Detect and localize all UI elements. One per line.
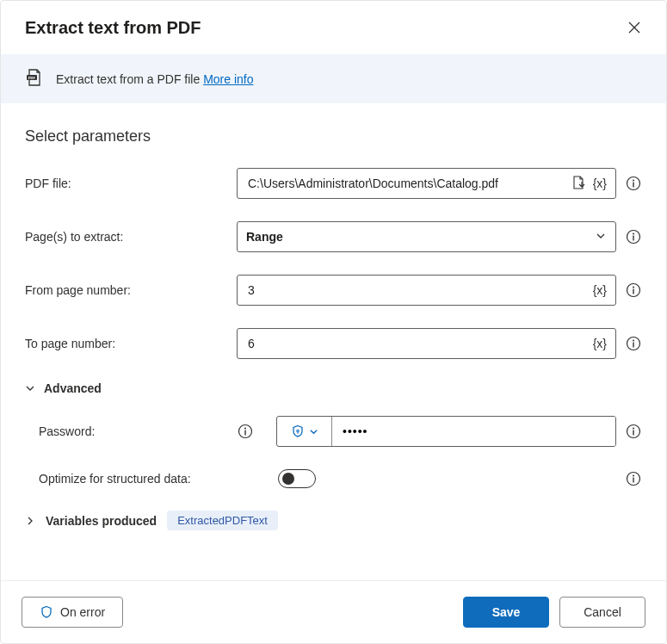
dialog-title: Extract text from PDF — [25, 18, 201, 38]
svg-point-12 — [633, 340, 634, 342]
svg-point-6 — [633, 233, 634, 235]
dialog-footer: On error Save Cancel — [1, 580, 666, 643]
shield-icon — [291, 424, 305, 438]
svg-rect-13 — [633, 343, 633, 348]
shield-outline-icon — [40, 605, 53, 619]
svg-point-9 — [633, 287, 634, 288]
row-password: Password: — [25, 416, 642, 447]
insert-variable-icon[interactable]: {x} — [593, 337, 607, 350]
password-mode-button[interactable] — [277, 417, 332, 446]
variable-chip-extracted-pdf-text[interactable]: ExtractedPDFText — [167, 511, 278, 530]
from-page-field[interactable] — [246, 282, 586, 298]
pdf-file-input[interactable]: {x} — [237, 168, 616, 199]
from-page-input[interactable]: {x} — [237, 275, 616, 306]
close-button[interactable] — [623, 16, 645, 39]
save-label: Save — [492, 605, 521, 619]
svg-rect-10 — [633, 289, 633, 294]
variables-produced-label: Variables produced — [46, 514, 157, 528]
help-icon-from-page[interactable] — [625, 282, 642, 299]
row-pdf-file: PDF file: {x} — [25, 168, 642, 199]
svg-rect-23 — [633, 478, 633, 483]
row-to-page: To page number: {x} — [25, 328, 642, 359]
password-field[interactable] — [332, 417, 615, 446]
pdf-file-icon: PDF — [25, 68, 44, 90]
label-to-page: To page number: — [25, 337, 237, 350]
more-info-link[interactable]: More info — [203, 72, 253, 86]
select-file-icon[interactable] — [571, 175, 586, 193]
label-optimize: Optimize for structured data: — [25, 472, 278, 486]
svg-point-3 — [633, 180, 634, 182]
on-error-button[interactable]: On error — [22, 597, 123, 628]
insert-variable-icon[interactable]: {x} — [593, 176, 607, 190]
insert-variable-icon[interactable]: {x} — [593, 283, 607, 297]
cancel-button[interactable]: Cancel — [559, 597, 645, 628]
svg-rect-16 — [244, 430, 245, 436]
dialog-body: Select parameters PDF file: — [1, 103, 666, 580]
pages-to-extract-select[interactable]: Range — [237, 221, 616, 252]
info-description: Extract text from a PDF file — [56, 72, 200, 86]
chevron-down-icon — [309, 427, 318, 437]
optimize-toggle[interactable] — [278, 469, 316, 488]
chevron-down-icon — [25, 383, 35, 393]
help-icon-to-page[interactable] — [625, 335, 642, 352]
help-icon-pages[interactable] — [625, 228, 642, 245]
row-optimize: Optimize for structured data: — [25, 469, 642, 488]
help-icon-pdf-file[interactable] — [625, 175, 642, 192]
to-page-field[interactable] — [246, 336, 586, 351]
svg-point-17 — [296, 430, 298, 431]
row-from-page: From page number: {x} — [25, 275, 642, 306]
variables-produced-row: Variables produced ExtractedPDFText — [25, 511, 642, 530]
section-heading: Select parameters — [25, 127, 642, 146]
svg-rect-20 — [633, 430, 633, 436]
advanced-label: Advanced — [44, 381, 102, 395]
password-group — [276, 416, 616, 447]
chevron-down-icon — [595, 230, 607, 245]
svg-point-19 — [633, 428, 634, 430]
close-icon — [628, 22, 640, 34]
info-band-text: Extract text from a PDF file More info — [56, 72, 254, 86]
pdf-file-field[interactable] — [246, 176, 564, 191]
label-password: Password: — [25, 424, 237, 438]
help-icon-password[interactable] — [625, 423, 642, 440]
advanced-expander[interactable]: Advanced — [25, 381, 642, 395]
svg-text:PDF: PDF — [28, 76, 36, 80]
label-from-page: From page number: — [25, 283, 237, 297]
chevron-right-icon[interactable] — [25, 516, 35, 526]
on-error-label: On error — [60, 605, 105, 619]
pages-to-extract-value: Range — [246, 230, 588, 244]
save-button[interactable]: Save — [463, 597, 549, 628]
toggle-knob — [282, 473, 294, 485]
extract-text-from-pdf-dialog: Extract text from PDF PDF Extract text f… — [0, 0, 667, 644]
info-band: PDF Extract text from a PDF file More in… — [1, 54, 666, 103]
svg-rect-7 — [633, 236, 633, 241]
svg-rect-4 — [633, 183, 633, 188]
cancel-label: Cancel — [584, 605, 621, 619]
label-pdf-file: PDF file: — [25, 176, 237, 190]
dialog-header: Extract text from PDF — [1, 1, 666, 54]
help-icon-optimize[interactable] — [625, 470, 642, 487]
svg-point-22 — [633, 475, 634, 477]
advanced-section: Password: — [25, 416, 642, 488]
label-pages-to-extract: Page(s) to extract: — [25, 230, 237, 244]
to-page-input[interactable]: {x} — [237, 328, 616, 359]
row-pages-to-extract: Page(s) to extract: Range — [25, 221, 642, 252]
help-icon-password-left[interactable] — [237, 423, 254, 440]
svg-point-15 — [244, 428, 246, 430]
